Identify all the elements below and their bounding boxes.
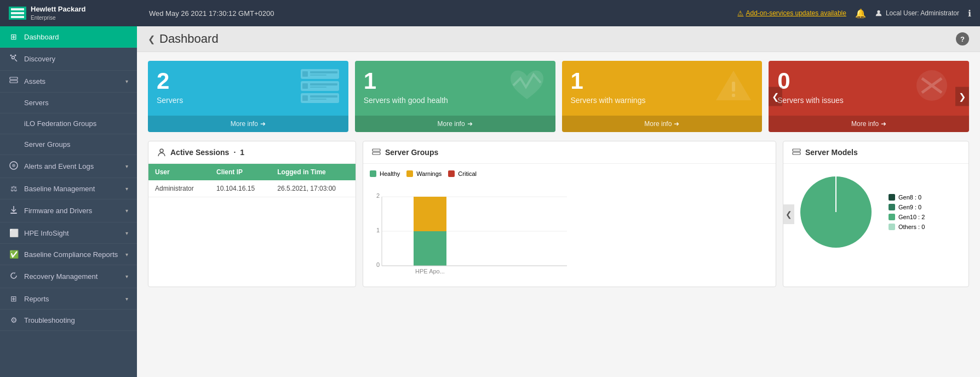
sub-nav-collapse-arrow[interactable]: ❮ (148, 34, 155, 44)
svg-point-3 (877, 10, 880, 13)
bottom-panels: Active Sessions · 1 User Client IP Logge… (148, 141, 969, 287)
stat-card-good-health[interactable]: 1 Servers with good health More info ➜ (355, 61, 555, 132)
sidebar-label-assets: Assets (24, 77, 125, 85)
sidebar-item-baseline-mgmt[interactable]: ⚖ Baseline Management ▾ (0, 178, 137, 199)
stat-card-issues-footer[interactable]: More info ➜ (769, 116, 969, 132)
svg-text:0: 0 (376, 261, 380, 268)
pie-legend-gen8: Gen8 : 0 (889, 194, 925, 201)
stat-card-servers-label: Servers (157, 96, 183, 105)
sidebar-item-assets[interactable]: Assets ▾ (0, 71, 137, 93)
svg-rect-23 (310, 95, 337, 98)
alerts-icon (9, 161, 19, 172)
sidebar-label-servers: Servers (24, 99, 128, 107)
sidebar-item-baseline-compliance[interactable]: ✅ Baseline Compliance Reports ▾ (0, 244, 137, 265)
col-logged-in-time: Logged in Time (271, 164, 356, 180)
panel-server-models: Server Models ❮ (783, 141, 969, 287)
svg-rect-15 (310, 71, 337, 73)
svg-rect-9 (10, 81, 18, 83)
pie-legend: Gen8 : 0 Gen9 : 0 Gen10 : 2 (889, 194, 925, 230)
stat-card-servers-num: 2 (157, 70, 183, 93)
legend-healthy-label: Healthy (380, 170, 400, 177)
card-nav-right-arrow[interactable]: ❯ (955, 87, 969, 106)
help-icon[interactable]: ? (956, 32, 969, 45)
stat-card-issues-label: Servers with issues (777, 96, 844, 105)
svg-rect-20 (310, 87, 326, 88)
table-cell-user: Administrator (148, 180, 210, 197)
stat-card-servers[interactable]: 2 Servers (148, 61, 348, 132)
panel-server-groups-header: Server Groups (363, 141, 776, 164)
issues-card-icon (910, 66, 954, 105)
card-nav-left-arrow[interactable]: ❮ (769, 87, 782, 106)
brand-line2: Enterprise (31, 14, 85, 21)
sidebar-item-dashboard[interactable]: ⊞ Dashboard (0, 26, 137, 48)
sidebar-label-baseline-compliance: Baseline Compliance Reports (24, 250, 125, 259)
sidebar-item-firmware[interactable]: Firmware and Drivers ▾ (0, 199, 137, 222)
sessions-table: User Client IP Logged in Time Administra… (148, 164, 356, 197)
content-inner: 2 Servers (137, 52, 980, 296)
legend-warnings-label: Warnings (416, 170, 442, 177)
sidebar-label-reports: Reports (24, 295, 125, 303)
stat-card-good-health-footer[interactable]: More info ➜ (355, 116, 555, 132)
topbar: Hewlett Packard Enterprise Wed May 26 20… (0, 0, 980, 26)
sidebar-item-hpe-infosight[interactable]: ⬜ HPE InfoSight ▾ (0, 222, 137, 244)
stat-card-good-health-num: 1 (364, 70, 448, 93)
svg-rect-2 (11, 16, 24, 18)
notifications-icon[interactable]: 🔔 (855, 8, 866, 19)
stat-card-servers-footer[interactable]: More info ➜ (148, 116, 348, 132)
brand-line1: Hewlett Packard (31, 5, 85, 14)
assets-icon (9, 77, 19, 86)
sidebar-item-recovery-mgmt[interactable]: Recovery Management ▾ (0, 265, 137, 288)
gen10-swatch (889, 214, 895, 220)
sidebar-label-alerts: Alerts and Event Logs (24, 162, 125, 170)
stat-card-warnings-footer[interactable]: More info ➜ (562, 116, 763, 132)
legend-critical-swatch (448, 170, 455, 177)
svg-point-11 (12, 164, 15, 167)
svg-rect-25 (732, 82, 735, 92)
svg-point-6 (10, 55, 12, 56)
firmware-arrow-icon: ▾ (125, 208, 128, 214)
update-notice-link[interactable]: ⚠ Add-on-services updates available (737, 9, 846, 17)
brand: Hewlett Packard Enterprise (9, 5, 140, 21)
sidebar-item-servers[interactable]: Servers (0, 93, 137, 113)
reports-icon: ⊞ (9, 294, 19, 303)
stat-card-warnings-num: 1 (571, 70, 646, 93)
brand-icon (9, 7, 26, 20)
sidebar-label-server-groups: Server Groups (24, 140, 128, 148)
chart-legend: Healthy Warnings Critical (370, 170, 769, 177)
sidebar-item-alerts[interactable]: Alerts and Event Logs ▾ (0, 155, 137, 178)
active-sessions-separator: · (233, 148, 236, 157)
sidebar-item-troubleshooting[interactable]: ⚙ Troubleshooting (0, 310, 137, 331)
pie-legend-gen10: Gen10 : 2 (889, 214, 925, 220)
stat-card-issues[interactable]: ❮ 0 Servers with issues More i (769, 61, 969, 132)
sidebar-label-troubleshooting: Troubleshooting (24, 316, 128, 324)
sidebar-item-ilo-federation[interactable]: iLO Federation Groups (0, 113, 137, 134)
svg-rect-8 (10, 77, 18, 79)
topbar-actions: ⚠ Add-on-services updates available 🔔 Lo… (737, 8, 971, 19)
legend-warnings-swatch (406, 170, 413, 177)
svg-rect-1 (11, 12, 24, 14)
user-menu[interactable]: Local User: Administrator (875, 9, 959, 17)
sidebar-label-recovery-mgmt: Recovery Management (24, 272, 125, 281)
sidebar-item-reports[interactable]: ⊞ Reports ▾ (0, 288, 137, 310)
panel-nav-left-arrow[interactable]: ❮ (783, 204, 794, 224)
sidebar-item-discovery[interactable]: Discovery (0, 48, 137, 71)
others-swatch (889, 224, 895, 230)
hpe-infosight-icon: ⬜ (9, 229, 19, 237)
baseline-mgmt-arrow-icon: ▾ (125, 186, 128, 192)
svg-point-7 (15, 55, 16, 56)
svg-rect-16 (310, 75, 326, 76)
panel-active-sessions-header: Active Sessions · 1 (148, 141, 356, 164)
server-groups-panel-icon (372, 148, 381, 156)
info-button[interactable]: ℹ (968, 8, 971, 19)
baseline-mgmt-icon: ⚖ (9, 184, 19, 193)
bar-warnings-hpe (414, 197, 446, 231)
dashboard-icon: ⊞ (9, 32, 19, 41)
stat-card-warnings[interactable]: 1 Servers with warnings More info ➜ (562, 61, 763, 132)
server-models-panel-icon (792, 148, 801, 156)
legend-warnings: Warnings (406, 170, 442, 177)
sidebar-item-server-groups[interactable]: Server Groups (0, 134, 137, 155)
legend-critical: Critical (448, 170, 477, 177)
recovery-mgmt-arrow-icon: ▾ (125, 273, 128, 279)
svg-rect-19 (310, 83, 337, 85)
sidebar-label-ilo-federation: iLO Federation Groups (24, 119, 128, 128)
